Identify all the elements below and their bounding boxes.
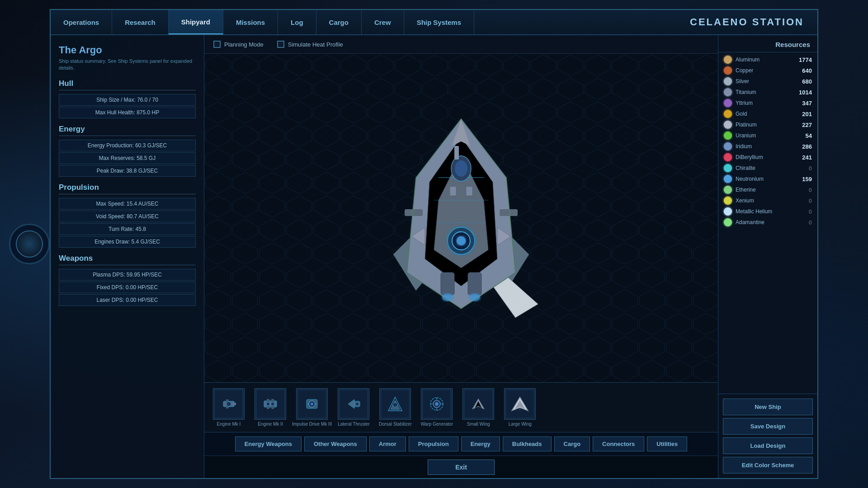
cat-connectors[interactable]: Connectors [593,436,644,451]
stat-laser-dps: Laser DPS: 0.00 HP/SEC [59,294,196,306]
cat-bulkheads[interactable]: Bulkheads [503,436,552,451]
stat-energy-production: Energy Production: 60.3 GJ/SEC [59,140,196,151]
exit-bar: Exit [204,455,718,478]
planning-bar: Planning Mode Simulate Heat Profile [204,35,718,54]
svg-point-37 [309,401,315,407]
svg-marker-44 [388,397,402,411]
new-ship-button[interactable]: New Ship [723,399,813,415]
resource-value-label: 54 [796,132,812,139]
component-icon-small-wing [462,388,494,420]
component-warp-generator[interactable]: Warp Generator [417,388,457,427]
planning-mode-box[interactable] [213,41,221,48]
component-icon-engine-mk2 [255,388,286,420]
resource-value-label: 347 [796,100,812,107]
resource-icon-adamantine [724,218,732,226]
resource-value-label: 1774 [796,56,812,63]
exit-button[interactable]: Exit [428,460,495,475]
cat-energy-weapons[interactable]: Energy Weapons [235,436,302,451]
middle-area: Planning Mode Simulate Heat Profile [204,35,718,478]
component-impulse-mk3[interactable]: Impulse Drive Mk III [292,388,332,427]
svg-rect-9 [441,272,454,295]
edit-color-button[interactable]: Edit Color Scheme [723,457,813,474]
svg-rect-33 [271,399,274,409]
resource-name-label: Yttrium [736,100,793,106]
resource-name-label: Platinum [736,122,793,128]
component-label-dorsal-stabilizer: Dorsal Stabilizer [379,422,412,427]
stat-max-reserves: Max Reserves: 58.5 GJ [59,152,196,164]
planning-mode-checkbox[interactable]: Planning Mode [213,41,264,48]
component-label-impulse-mk3: Impulse Drive Mk III [292,422,332,427]
svg-point-34 [266,402,270,406]
component-dorsal-stabilizer[interactable]: Dorsal Stabilizer [375,388,415,427]
energy-header: Energy [59,125,196,136]
resource-value-label: 0 [796,187,812,193]
svg-marker-45 [391,400,400,409]
resource-name-label: Gold [736,111,793,117]
left-decoration [9,224,50,264]
cat-other-weapons[interactable]: Other Weapons [304,436,367,451]
svg-marker-55 [475,401,482,408]
component-label-small-wing: Small Wing [467,422,490,427]
svg-rect-10 [468,272,481,295]
tab-cargo[interactable]: Cargo [316,10,362,34]
cat-armor[interactable]: Armor [369,436,406,451]
tab-crew[interactable]: Crew [362,10,404,34]
load-design-button[interactable]: Load Design [723,437,813,454]
tab-missions[interactable]: Missions [223,10,278,34]
svg-rect-30 [232,403,236,405]
ship-image [366,110,556,327]
resource-icon-iridium [724,142,732,150]
simulate-heat-checkbox[interactable]: Simulate Heat Profile [277,41,343,48]
tab-ship-systems[interactable]: Ship Systems [404,10,474,34]
cat-propulsion[interactable]: Propulsion [409,436,458,451]
tab-research[interactable]: Research [112,10,169,34]
resource-name-label: Metallic Helium [736,208,793,215]
component-engine-mk1[interactable]: Engine Mk I [209,388,249,427]
component-large-wing[interactable]: Large Wing [500,388,540,427]
component-label-engine-mk1: Engine Mk I [217,422,241,427]
svg-rect-31 [264,401,277,407]
resource-value-label: 286 [796,143,812,150]
simulate-heat-box[interactable] [277,41,284,48]
ship-view[interactable] [204,54,718,382]
resources-list: Aluminum1774Copper640Silver680Titanium10… [718,52,817,394]
tab-shipyard[interactable]: Shipyard [169,10,223,34]
component-label-engine-mk2: Engine Mk II [258,422,283,427]
svg-point-49 [435,402,439,406]
component-lateral-thruster[interactable]: Lateral Thruster [334,388,373,427]
resource-row-gold: Gold201 [718,108,817,119]
resource-name-label: DiBeryllium [736,154,793,160]
resource-name-label: Titanium [736,89,793,95]
tab-log[interactable]: Log [278,10,316,34]
cat-energy[interactable]: Energy [461,436,500,451]
save-design-button[interactable]: Save Design [723,418,813,435]
tab-operations[interactable]: Operations [51,10,112,34]
svg-rect-27 [223,401,234,407]
resource-row-platinum: Platinum227 [718,119,817,130]
resource-icon-aluminum [724,56,732,64]
cat-utilities[interactable]: Utilities [647,436,687,451]
component-engine-mk2[interactable]: Engine Mk II [250,388,290,427]
propulsion-header: Propulsion [59,183,196,194]
resource-name-label: Neutronium [736,176,793,182]
resource-icon-diberyllium [724,153,732,161]
right-panel: Resources Aluminum1774Copper640Silver680… [718,35,817,478]
station-title: CELAENO STATION [676,10,817,34]
svg-rect-25 [454,146,459,160]
resource-name-label: Xenium [736,197,793,204]
resource-row-adamantine: Adamantine0 [718,217,817,228]
resource-icon-neutronium [724,175,732,183]
component-label-lateral-thruster: Lateral Thruster [338,422,369,427]
resource-row-titanium: Titanium1014 [718,87,817,98]
svg-rect-32 [267,399,269,409]
cat-cargo[interactable]: Cargo [554,436,590,451]
resource-row-chiralite: Chiralite0 [718,163,817,174]
resource-icon-gold [724,110,732,118]
svg-rect-42 [354,401,360,407]
resource-name-label: Etherine [736,187,793,193]
resource-value-label: 201 [796,111,812,117]
resource-value-label: 227 [796,122,812,128]
top-navigation: Operations Research Shipyard Missions Lo… [51,10,817,35]
component-small-wing[interactable]: Small Wing [458,388,498,427]
resource-value-label: 0 [796,165,812,172]
